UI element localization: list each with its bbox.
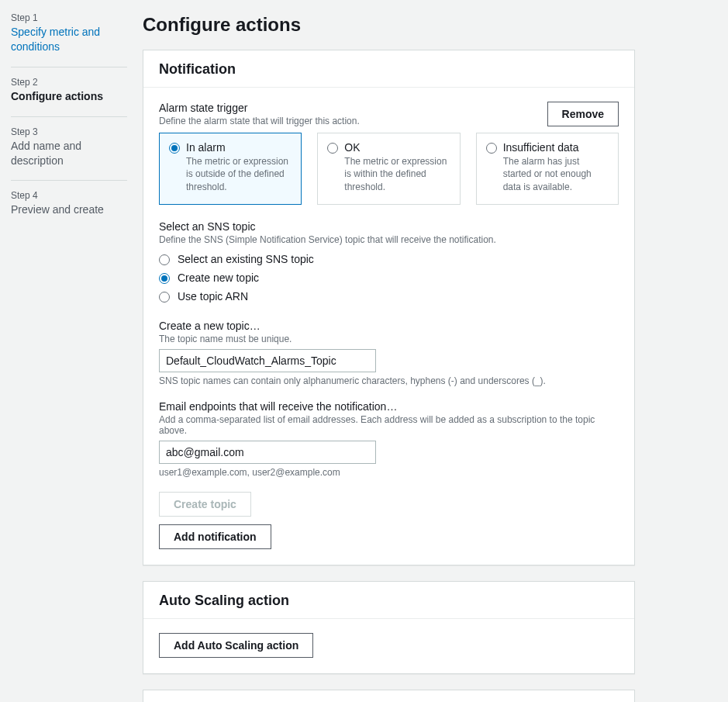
tile-desc: The metric or expression is within the d… (344, 155, 450, 193)
step-2-title: Configure actions (11, 89, 127, 104)
alarm-state-tiles: In alarm The metric or expression is out… (159, 133, 619, 205)
ec2-panel: EC2 action This action is only available… (143, 690, 635, 702)
page-title: Configure actions (143, 14, 635, 36)
tile-insufficient-data[interactable]: Insufficient data The alarm has just sta… (476, 133, 619, 205)
radio-icon (159, 292, 170, 303)
topic-name-input[interactable] (159, 349, 376, 372)
step-4-title: Preview and create (11, 202, 127, 217)
create-new-topic-desc: The topic name must be unique. (159, 334, 619, 344)
add-notification-button[interactable]: Add notification (159, 524, 271, 549)
alarm-state-trigger-desc: Define the alarm state that will trigger… (159, 116, 360, 126)
tile-desc: The alarm has just started or not enough… (503, 155, 609, 193)
radio-select-existing-sns-topic[interactable]: Select an existing SNS topic (159, 250, 619, 268)
radio-icon (159, 273, 170, 284)
autoscaling-panel: Auto Scaling action Add Auto Scaling act… (143, 581, 635, 674)
select-sns-topic-label: Select an SNS topic (159, 220, 619, 233)
step-1-title[interactable]: Specify metric and conditions (11, 25, 127, 54)
wizard-steps-nav: Step 1 Specify metric and conditions Ste… (11, 12, 143, 702)
radio-label: Create new topic (178, 271, 259, 284)
step-3-num: Step 3 (11, 126, 127, 137)
tile-in-alarm[interactable]: In alarm The metric or expression is out… (159, 133, 302, 205)
select-sns-topic-desc: Define the SNS (Simple Notification Serv… (159, 234, 619, 245)
email-endpoints-label: Email endpoints that will receive the no… (159, 400, 619, 413)
radio-label: Select an existing SNS topic (178, 253, 314, 265)
radio-icon (169, 143, 180, 154)
tile-ok[interactable]: OK The metric or expression is within th… (317, 133, 460, 205)
step-divider (11, 116, 127, 117)
main-content: Configure actions Notification Alarm sta… (143, 12, 728, 702)
add-autoscaling-action-button[interactable]: Add Auto Scaling action (159, 633, 313, 658)
radio-icon (486, 143, 497, 154)
email-endpoints-help: user1@example.com, user2@example.com (159, 467, 619, 478)
step-divider (11, 67, 127, 67)
step-1-num: Step 1 (11, 12, 127, 23)
radio-use-topic-arn[interactable]: Use topic ARN (159, 287, 619, 306)
radio-icon (327, 143, 338, 154)
email-endpoints-desc: Add a comma-separated list of email addr… (159, 414, 619, 436)
notification-panel: Notification Alarm state trigger Define … (143, 50, 635, 565)
radio-label: Use topic ARN (178, 290, 248, 303)
radio-create-new-topic[interactable]: Create new topic (159, 268, 619, 287)
tile-title: OK (344, 141, 360, 154)
radio-icon (159, 254, 170, 265)
email-endpoints-input[interactable] (159, 441, 376, 464)
sns-topic-radio-group: Select an existing SNS topic Create new … (159, 250, 619, 306)
step-divider (11, 180, 127, 181)
remove-button[interactable]: Remove (547, 102, 619, 126)
step-4-num: Step 4 (11, 190, 127, 201)
autoscaling-heading: Auto Scaling action (159, 593, 619, 609)
notification-heading: Notification (159, 61, 619, 78)
tile-title: Insufficient data (503, 141, 579, 154)
step-2-num: Step 2 (11, 77, 127, 88)
create-new-topic-label: Create a new topic… (159, 320, 619, 332)
topic-name-help: SNS topic names can contain only alphanu… (159, 375, 619, 386)
alarm-state-trigger-label: Alarm state trigger (159, 102, 360, 114)
step-3-title: Add name and description (11, 139, 127, 168)
tile-desc: The metric or expression is outside of t… (186, 155, 292, 193)
create-topic-button[interactable]: Create topic (159, 492, 251, 517)
tile-title: In alarm (186, 141, 226, 154)
